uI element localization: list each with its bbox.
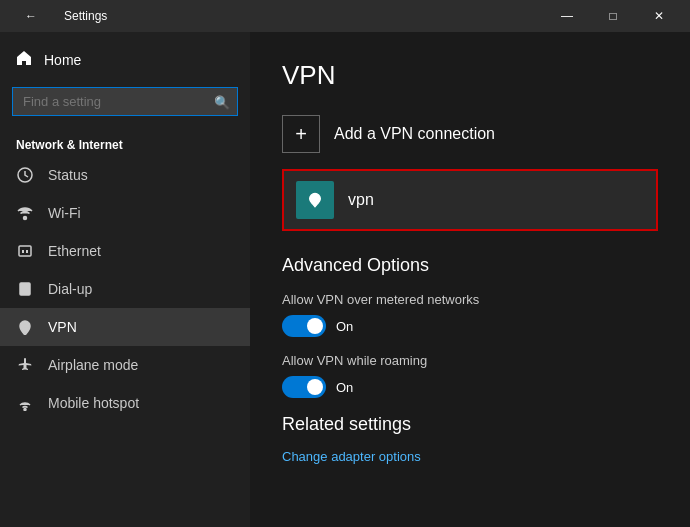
wifi-icon (16, 204, 34, 222)
vpn-metered-option: Allow VPN over metered networks On (282, 292, 658, 337)
content-area: VPN + Add a VPN connection vpn Advanced … (250, 32, 690, 527)
window-controls: — □ ✕ (544, 0, 682, 32)
search-input[interactable] (12, 87, 238, 116)
sidebar-label-dialup: Dial-up (48, 281, 92, 297)
sidebar-item-dialup[interactable]: Dial-up (0, 270, 250, 308)
maximize-button[interactable]: □ (590, 0, 636, 32)
hotspot-icon (16, 394, 34, 412)
sidebar-label-ethernet: Ethernet (48, 243, 101, 259)
change-adapter-link[interactable]: Change adapter options (282, 449, 421, 464)
add-icon: + (282, 115, 320, 153)
sidebar-item-vpn[interactable]: VPN (0, 308, 250, 346)
sidebar-label-status: Status (48, 167, 88, 183)
sidebar-label-wifi: Wi-Fi (48, 205, 81, 221)
sidebar-item-ethernet[interactable]: Ethernet (0, 232, 250, 270)
roaming-label: Allow VPN while roaming (282, 353, 658, 368)
sidebar-item-wifi[interactable]: Wi-Fi (0, 194, 250, 232)
search-box[interactable]: 🔍 (12, 87, 238, 116)
related-settings-title: Related settings (282, 414, 658, 435)
main-layout: Home 🔍 Network & Internet Status Wi-Fi E… (0, 32, 690, 527)
sidebar-label-hotspot: Mobile hotspot (48, 395, 139, 411)
sidebar-label-airplane: Airplane mode (48, 357, 138, 373)
sidebar-item-hotspot[interactable]: Mobile hotspot (0, 384, 250, 422)
sidebar: Home 🔍 Network & Internet Status Wi-Fi E… (0, 32, 250, 527)
sidebar-label-vpn: VPN (48, 319, 77, 335)
advanced-options-title: Advanced Options (282, 255, 658, 276)
add-vpn-label: Add a VPN connection (334, 125, 495, 143)
vpn-connection-item[interactable]: vpn (282, 169, 658, 231)
sidebar-item-home[interactable]: Home (0, 40, 250, 79)
page-title: VPN (282, 60, 658, 91)
vpn-connection-name: vpn (348, 191, 374, 209)
metered-toggle[interactable] (282, 315, 326, 337)
sidebar-item-status[interactable]: Status (0, 156, 250, 194)
vpn-nav-icon (16, 318, 34, 336)
close-button[interactable]: ✕ (636, 0, 682, 32)
vpn-roaming-option: Allow VPN while roaming On (282, 353, 658, 398)
status-icon (16, 166, 34, 184)
home-icon (16, 50, 32, 69)
window-title: Settings (64, 9, 107, 23)
svg-point-1 (24, 217, 27, 220)
svg-rect-2 (19, 246, 31, 256)
title-bar-left: ← Settings (8, 0, 107, 32)
sidebar-item-airplane[interactable]: Airplane mode (0, 346, 250, 384)
ethernet-icon (16, 242, 34, 260)
minimize-button[interactable]: — (544, 0, 590, 32)
roaming-toggle[interactable] (282, 376, 326, 398)
svg-point-6 (24, 409, 26, 411)
svg-point-4 (24, 292, 26, 294)
roaming-toggle-label: On (336, 380, 353, 395)
title-bar: ← Settings — □ ✕ (0, 0, 690, 32)
metered-toggle-row: On (282, 315, 658, 337)
vpn-logo-icon (296, 181, 334, 219)
dialup-icon (16, 280, 34, 298)
search-icon: 🔍 (214, 94, 230, 109)
svg-point-5 (23, 324, 27, 328)
back-button[interactable]: ← (8, 0, 54, 32)
metered-toggle-label: On (336, 319, 353, 334)
metered-label: Allow VPN over metered networks (282, 292, 658, 307)
airplane-icon (16, 356, 34, 374)
home-label: Home (44, 52, 81, 68)
sidebar-category: Network & Internet (0, 128, 250, 156)
svg-point-7 (314, 197, 317, 200)
add-vpn-button[interactable]: + Add a VPN connection (282, 115, 658, 153)
roaming-toggle-row: On (282, 376, 658, 398)
